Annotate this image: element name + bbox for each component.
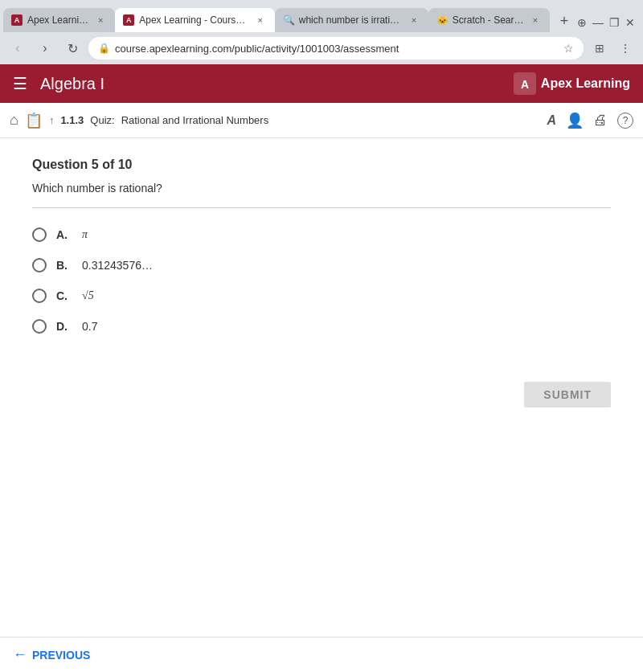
lock-icon: 🔒 [98,43,110,54]
radio-a[interactable] [32,227,47,242]
option-a[interactable]: A. π [32,227,611,242]
radio-d[interactable] [32,319,47,334]
apex-logo-text: Apex Learning [541,76,630,91]
address-right-controls: ⊞ ⋮ [588,37,637,59]
app-header: ☰ Algebra I A Apex Learning [0,64,643,103]
svg-text:A: A [521,78,529,91]
prev-arrow-icon: ← [13,646,27,663]
user-icon[interactable]: 👤 [566,112,584,129]
option-c-label: C. [56,289,72,302]
back-button[interactable]: ‹ [6,37,29,59]
tab1-label: Apex Learning [27,14,89,26]
question-divider [32,207,611,208]
new-tab-button[interactable]: + [553,10,575,32]
tab-scratch[interactable]: 🐱 Scratch - Search × [428,8,550,32]
tab3-favicon: 🔍 [283,14,294,26]
tab-which-number[interactable]: 🔍 which number is irratic... × [275,8,428,32]
window-profile[interactable]: ⊕ [575,16,588,29]
breadcrumb-right-icons: A 👤 🖨 ? [547,112,633,129]
option-b-text: 0.31243576… [82,259,153,272]
help-icon[interactable]: ? [617,113,633,129]
main-content: Question 5 of 10 Which number is rationa… [0,138,643,369]
breadcrumb-quiz-title: Rational and Irrational Numbers [121,114,269,126]
option-d[interactable]: D. 0.7 [32,319,611,334]
tab2-close[interactable]: × [254,14,267,27]
breadcrumb-path: 1.1.3 [60,114,84,126]
browser-chrome: A Apex Learning × A Apex Learning - Cour… [0,0,643,64]
question-header: Question 5 of 10 [32,158,611,172]
tab1-favicon: A [11,14,23,26]
tab3-close[interactable]: × [408,14,420,27]
window-minimize[interactable]: — [592,16,604,29]
option-c-text: √5 [82,289,94,302]
option-a-label: A. [56,228,72,241]
bookmark-icon[interactable]: ☆ [563,42,574,55]
tab4-favicon: 🐱 [436,14,448,26]
tab-apex-learning[interactable]: A Apex Learning × [3,8,115,32]
option-a-text: π [82,228,88,241]
tab-bar: A Apex Learning × A Apex Learning - Cour… [0,0,643,32]
prev-label: PREVIOUS [32,649,90,662]
submit-button[interactable]: SUBMIT [524,382,611,408]
tab2-label: Apex Learning - Course... [139,14,249,26]
question-text: Which number is rational? [32,182,611,195]
reload-button[interactable]: ↻ [61,37,84,59]
radio-b[interactable] [32,258,47,272]
extensions-icon[interactable]: ⊞ [588,37,611,59]
address-bar: ‹ › ↻ 🔒 course.apexlearning.com/public/a… [0,32,643,64]
option-b[interactable]: B. 0.31243576… [32,258,611,272]
breadcrumb-back-icon[interactable]: ↑ [49,114,55,126]
home-icon[interactable]: ⌂ [10,112,18,129]
url-bar[interactable]: 🔒 course.apexlearning.com/public/activit… [88,37,584,59]
tab3-label: which number is irratic... [299,14,403,26]
window-close[interactable]: ✕ [624,16,637,29]
option-b-label: B. [56,259,72,272]
app-title: Algebra I [40,75,514,93]
forward-button[interactable]: › [34,37,56,59]
breadcrumb-separator: Quiz: [90,114,114,126]
window-controls: ⊕ — ❐ ✕ [575,16,643,32]
option-d-text: 0.7 [82,320,97,333]
option-c[interactable]: C. √5 [32,289,611,303]
apex-logo: A Apex Learning [514,72,630,95]
window-restore[interactable]: ❐ [608,16,620,29]
more-options-icon[interactable]: ⋮ [614,37,637,59]
url-text: course.apexlearning.com/public/activity/… [115,43,559,55]
tab1-close[interactable]: × [94,14,107,27]
hamburger-menu[interactable]: ☰ [13,74,27,93]
radio-c[interactable] [32,289,47,303]
bottom-nav: ← PREVIOUS [0,637,643,672]
print-icon[interactable]: 🖨 [593,112,608,129]
portfolio-icon[interactable]: 📋 [25,112,43,129]
tab2-favicon: A [123,14,134,26]
tab4-label: Scratch - Search [453,14,524,26]
apex-logo-icon: A [514,72,536,95]
option-d-label: D. [56,320,72,333]
previous-button[interactable]: ← PREVIOUS [13,646,90,663]
tab4-close[interactable]: × [529,14,542,27]
submit-row: SUBMIT [0,382,643,408]
translate-icon[interactable]: A [547,113,556,128]
breadcrumb-bar: ⌂ 📋 ↑ 1.1.3 Quiz: Rational and Irrationa… [0,103,643,138]
tab-apex-course[interactable]: A Apex Learning - Course... × [115,8,275,32]
